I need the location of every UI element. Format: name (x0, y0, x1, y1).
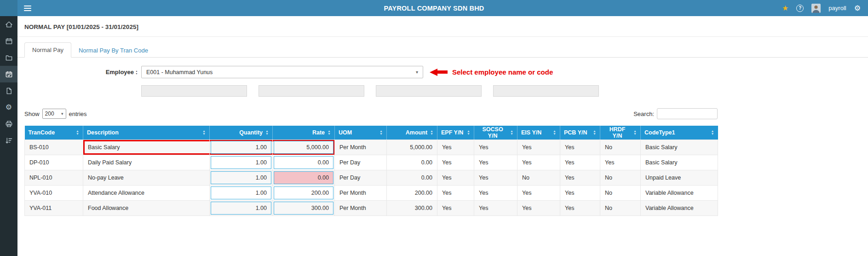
cell-socso-y-n: Yes (474, 170, 517, 185)
column-header-codetype1[interactable]: CodeType1▲▼ (641, 126, 718, 140)
menu-toggle-icon[interactable] (24, 4, 31, 12)
show-entries: Show 200 ▾ entries (24, 109, 87, 119)
rate-input[interactable]: 200.00 (274, 186, 333, 199)
cell-pcb-y-n: Yes (560, 140, 600, 155)
cell-eis-y-n: Yes (517, 185, 560, 200)
quantity-input[interactable]: 1.00 (211, 156, 271, 169)
favorites-star-icon[interactable]: ★ (782, 5, 788, 12)
username[interactable]: payroll (828, 5, 846, 12)
help-icon[interactable]: ? (796, 5, 804, 12)
sort-icon[interactable]: ▲▼ (510, 130, 513, 135)
table-row: NPL-010No-pay Leave1.000.00Per Day0.00Ye… (25, 170, 718, 185)
cell-rate: 300.00 (273, 200, 335, 215)
column-header-hrdf-y-n[interactable]: HRDF Y/N▲▼ (600, 126, 641, 140)
sort-icon[interactable]: ▲▼ (328, 130, 331, 135)
cell-rate: 0.00 (273, 170, 335, 185)
sort-icon[interactable]: ▲▼ (553, 130, 556, 135)
cell-codetype1: Variable Allowance (641, 200, 718, 215)
cell-description: Attendance Allowance (83, 185, 210, 200)
sort-icon[interactable]: ▲▼ (633, 130, 637, 135)
column-label: UOM (339, 129, 352, 136)
tab-normal-pay[interactable]: Normal Pay (24, 42, 71, 58)
column-header-rate[interactable]: Rate▲▼ (273, 126, 335, 140)
cell-rate: 0.00 (273, 155, 335, 170)
rate-input[interactable]: 5,000.00 (274, 141, 333, 154)
sidebar: ⚙ (0, 16, 17, 256)
cell-description: Daily Paid Salary (83, 155, 210, 170)
sort-icon[interactable]: ▲▼ (202, 130, 206, 135)
sidebar-item-payroll-entry[interactable] (0, 66, 17, 82)
cell-eis-y-n: No (517, 170, 560, 185)
sidebar-item-calendar[interactable] (0, 33, 17, 49)
avatar[interactable] (811, 4, 821, 13)
show-label: Show (24, 111, 40, 117)
tabs: Normal Pay Normal Pay By Tran Code (17, 37, 868, 58)
sidebar-item-folder[interactable] (0, 49, 17, 66)
printer-icon (5, 120, 13, 128)
column-label: HRDF Y/N (604, 126, 631, 139)
cell-amount: 300.00 (387, 200, 437, 215)
disabled-input-1 (141, 85, 247, 97)
cell-epf-y-n: Yes (437, 155, 474, 170)
cell-trancode: YVA-010 (25, 185, 83, 200)
column-header-epf-y-n[interactable]: EPF Y/N▲▼ (437, 126, 474, 140)
person-icon (811, 4, 821, 13)
cell-quantity: 1.00 (210, 170, 273, 185)
cell-epf-y-n: Yes (437, 200, 474, 215)
sort-icon[interactable]: ▲▼ (711, 130, 714, 135)
annotation-text: Select employee name or code (452, 68, 553, 76)
employee-select[interactable]: E001 - Muhammad Yunus ▾ (141, 66, 423, 78)
quantity-input[interactable]: 1.00 (211, 171, 271, 184)
page-header: NORMAL PAY [01/01/2025 - 31/01/2025] (17, 16, 868, 37)
sort-icon[interactable]: ▲▼ (379, 130, 383, 135)
cell-quantity: 1.00 (210, 155, 273, 170)
cell-trancode: DP-010 (25, 155, 83, 170)
sidebar-item-print[interactable] (0, 116, 17, 132)
column-header-quantity[interactable]: Quantity▲▼ (210, 126, 273, 140)
column-header-eis-y-n[interactable]: EIS Y/N▲▼ (517, 126, 560, 140)
employee-label: Employee : (24, 69, 138, 76)
disabled-input-4 (493, 85, 599, 97)
sidebar-item-sort[interactable] (0, 132, 17, 149)
cell-hrdf-y-n: No (600, 200, 641, 215)
settings-gear-icon[interactable]: ⚙ (854, 5, 861, 12)
page-size-select[interactable]: 200 ▾ (42, 109, 66, 119)
cell-amount: 5,000.00 (387, 140, 437, 155)
column-header-uom[interactable]: UOM▲▼ (335, 126, 387, 140)
quantity-input[interactable]: 1.00 (211, 141, 271, 154)
rate-input[interactable]: 300.00 (274, 202, 333, 215)
column-header-amount[interactable]: Amount▲▼ (387, 126, 437, 140)
sort-icon[interactable]: ▲▼ (593, 130, 596, 135)
cell-codetype1: Variable Allowance (641, 185, 718, 200)
cell-uom: Per Month (335, 140, 387, 155)
column-header-pcb-y-n[interactable]: PCB Y/N▲▼ (560, 126, 600, 140)
cell-pcb-y-n: Yes (560, 185, 600, 200)
chevron-down-icon: ▾ (416, 70, 418, 75)
page-title: NORMAL PAY [01/01/2025 - 31/01/2025] (24, 23, 138, 30)
column-header-trancode[interactable]: TranCode▲▼ (25, 126, 83, 140)
sidebar-item-settings[interactable]: ⚙ (0, 99, 17, 116)
gears-icon: ⚙ (6, 104, 12, 111)
cell-pcb-y-n: Yes (560, 200, 600, 215)
cell-trancode: YVA-011 (25, 200, 83, 215)
chevron-down-icon: ▾ (61, 112, 63, 116)
cell-description: No-pay Leave (83, 170, 210, 185)
cell-socso-y-n: Yes (474, 185, 517, 200)
column-header-socso-y-n[interactable]: SOCSO Y/N▲▼ (474, 126, 517, 140)
search-input[interactable] (657, 108, 718, 119)
column-header-description[interactable]: Description▲▼ (83, 126, 210, 140)
table-row: DP-010Daily Paid Salary1.000.00Per Day0.… (25, 155, 718, 170)
rate-input[interactable]: 0.00 (274, 156, 333, 169)
folder-icon (5, 54, 13, 62)
sort-icon[interactable]: ▲▼ (265, 130, 269, 135)
sort-icon[interactable]: ▲▼ (430, 130, 433, 135)
table-row: YVA-010Attendance Allowance1.00200.00Per… (25, 185, 718, 200)
sidebar-item-home[interactable] (0, 16, 17, 33)
sidebar-item-documents[interactable] (0, 82, 17, 99)
sort-icon[interactable]: ▲▼ (76, 130, 79, 135)
quantity-input[interactable]: 1.00 (211, 186, 271, 199)
rate-input[interactable]: 0.00 (274, 171, 333, 184)
sort-icon[interactable]: ▲▼ (467, 130, 470, 135)
tab-normal-pay-by-tran-code[interactable]: Normal Pay By Tran Code (71, 43, 155, 58)
quantity-input[interactable]: 1.00 (211, 202, 271, 215)
